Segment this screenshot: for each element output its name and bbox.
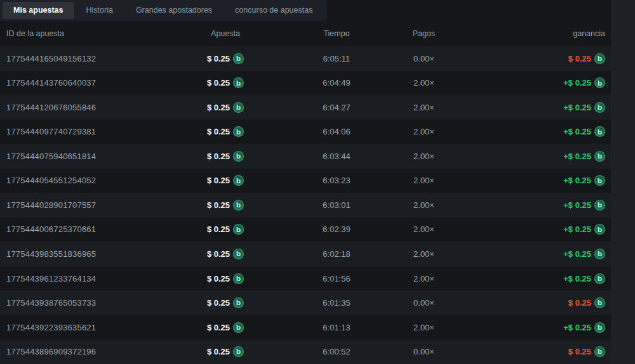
bet-table-row[interactable]: 1775444165049156132 $ 0.25 b 6:05:11 0.0… [0,46,612,71]
bcd-coin-icon: b [233,224,244,235]
bet-payout: 0.00× [400,54,448,63]
bet-amount-value: $ 0.25 [207,103,230,112]
bcd-coin-icon: b [594,151,605,162]
bet-table-row[interactable]: 1775444097740729381 $ 0.25 b 6:04:06 2.0… [0,120,612,145]
bet-amount: $ 0.25 b [178,273,273,284]
bet-time: 6:03:23 [273,176,400,185]
bcd-coin-icon: b [233,77,244,88]
bet-amount-value: $ 0.25 [207,323,230,332]
bet-time: 6:04:27 [273,103,400,112]
column-header-time: Tiempo [273,29,400,38]
bcd-coin-icon: b [594,346,605,357]
tab-bet-contest[interactable]: concurso de apuestas [224,2,323,19]
bet-profit: $ 0.25 b [448,297,605,308]
tab-my-bets[interactable]: Mis apuestas [3,2,74,19]
bet-id: 1775444006725370661 [6,224,178,234]
bet-time: 6:04:06 [273,127,400,136]
bet-amount-value: $ 0.25 [207,78,230,88]
bet-table-row[interactable]: 1775443896909372196 $ 0.25 b 6:00:52 0.0… [0,339,612,364]
bet-amount-value: $ 0.25 [207,54,230,63]
bet-table-row[interactable]: 1775443983551836965 $ 0.25 b 6:02:18 2.0… [0,242,612,266]
column-header-bet-id: ID de la apuesta [6,29,178,38]
bet-id: 1775443961233764134 [6,274,178,283]
table-body: 1775444165049156132 $ 0.25 b 6:05:11 0.0… [0,46,612,364]
bcd-coin-icon: b [233,53,244,64]
bcd-coin-icon: b [594,200,605,211]
bet-amount-value: $ 0.25 [207,127,230,136]
bet-amount-value: $ 0.25 [207,152,230,161]
bet-time: 6:02:18 [273,249,400,259]
bet-profit-value: +$ 0.25 [563,103,591,112]
bet-payout: 2.00× [400,323,448,332]
bcd-coin-icon: b [233,151,244,162]
bet-payout: 2.00× [400,176,448,185]
bcd-coin-icon: b [233,175,244,186]
column-header-bet: Apuesta [178,29,273,38]
bcd-coin-icon: b [233,249,244,259]
bet-id: 1775444054551254052 [6,176,178,185]
bet-id: 1775444143760640037 [6,78,178,88]
bet-time: 6:03:44 [273,152,400,161]
bet-profit: +$ 0.25 b [448,77,605,88]
bets-tab-bar: Mis apuestas Historia Grandes apostadore… [0,0,327,21]
bet-table-row[interactable]: 1775444143760640037 $ 0.25 b 6:04:49 2.0… [0,71,612,96]
bet-amount-value: $ 0.25 [207,347,230,356]
bcd-coin-icon: b [594,273,605,284]
bet-table-row[interactable]: 1775444054551254052 $ 0.25 b 6:03:23 2.0… [0,169,612,193]
bet-profit: +$ 0.25 b [448,224,605,235]
bet-payout: 2.00× [400,78,448,88]
bcd-coin-icon: b [233,126,244,137]
bet-profit: $ 0.25 b [448,346,605,357]
bet-profit: +$ 0.25 b [448,126,605,137]
bet-profit: +$ 0.25 b [448,322,605,333]
bet-id: 1775444097740729381 [6,127,178,136]
bet-table-row[interactable]: 1775443938765053733 $ 0.25 b 6:01:35 0.0… [0,290,612,315]
bet-payout: 2.00× [400,152,448,161]
bcd-coin-icon: b [594,297,605,308]
bet-time: 6:04:49 [273,78,400,88]
bcd-coin-icon: b [594,249,605,259]
bet-profit-value: +$ 0.25 [563,224,591,234]
bet-table-row[interactable]: 1775444075940651814 $ 0.25 b 6:03:44 2.0… [0,144,612,169]
bet-payout: 2.00× [400,127,448,136]
tab-history[interactable]: Historia [76,2,124,19]
bet-table-row[interactable]: 1775443922393635621 $ 0.25 b 6:01:13 2.0… [0,315,612,340]
bet-id: 1775443896909372196 [6,347,178,356]
bcd-coin-icon: b [594,102,605,113]
bet-profit-value: +$ 0.25 [563,176,591,185]
bet-table-row[interactable]: 1775443961233764134 $ 0.25 b 6:01:56 2.0… [0,266,612,291]
bet-id: 1775444075940651814 [6,152,178,161]
bet-profit-value: +$ 0.25 [563,249,591,259]
bet-profit: +$ 0.25 b [448,249,605,259]
bet-id: 1775443983551836965 [6,249,178,259]
bet-id: 1775444120676055846 [6,103,178,112]
bet-time: 6:01:13 [273,323,400,332]
tab-high-rollers[interactable]: Grandes apostadores [125,2,223,19]
bet-amount: $ 0.25 b [178,249,273,259]
bet-amount: $ 0.25 b [178,77,273,88]
bet-table-row[interactable]: 1775444028901707557 $ 0.25 b 6:03:01 2.0… [0,193,612,218]
bets-main: Mis apuestas Historia Grandes apostadore… [0,0,612,364]
bet-id: 1775443938765053733 [6,298,178,308]
bcd-coin-icon: b [233,297,244,308]
bet-time: 6:01:35 [273,298,400,308]
bet-profit-value: $ 0.25 [568,298,591,308]
bet-amount-value: $ 0.25 [207,249,230,259]
bets-panel: Mis apuestas Historia Grandes apostadore… [0,0,635,364]
column-header-payout: Pagos [400,29,448,38]
bet-amount: $ 0.25 b [178,175,273,186]
bet-profit-value: +$ 0.25 [563,152,591,161]
bet-table-row[interactable]: 1775444120676055846 $ 0.25 b 6:04:27 2.0… [0,95,612,120]
bet-profit-value: +$ 0.25 [563,78,591,88]
bet-table-row[interactable]: 1775444006725370661 $ 0.25 b 6:02:39 2.0… [0,218,612,242]
bet-profit: $ 0.25 b [448,53,605,64]
column-header-profit: ganancia [448,29,605,38]
bcd-coin-icon: b [594,224,605,235]
bcd-coin-icon: b [233,273,244,284]
bet-time: 6:05:11 [273,54,400,63]
bet-profit-value: $ 0.25 [568,347,591,356]
bet-amount-value: $ 0.25 [207,224,230,234]
bet-id: 1775443922393635621 [6,323,178,332]
bet-payout: 2.00× [400,103,448,112]
bet-amount-value: $ 0.25 [207,176,230,185]
